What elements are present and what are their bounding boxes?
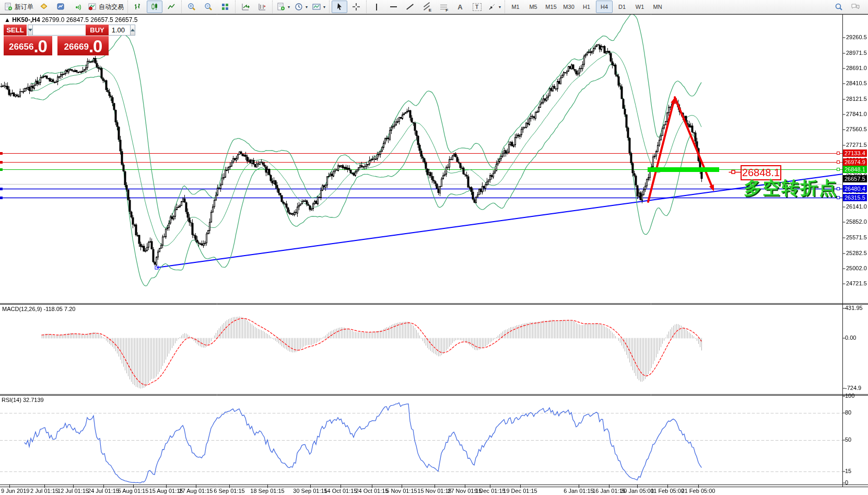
price-axis-label: 25282.5 (846, 250, 867, 256)
time-axis-label: 14 Oct 01:15 (324, 488, 357, 494)
text-button[interactable]: A (452, 1, 468, 13)
turning-point-annotation[interactable]: 多空转折点 (744, 176, 838, 200)
trading-terminal: 新订单 自动交易 (0, 0, 868, 495)
signals-button[interactable] (69, 1, 85, 13)
time-axis-label: 2 Jul 01:15 (30, 488, 58, 494)
time-axis-label: 5 Aug 01:15 (118, 488, 149, 494)
rsi-indicator-label: RSI(14) 32.7139 (2, 397, 44, 403)
candlestick-chart-button[interactable] (147, 1, 162, 13)
new-order-button[interactable]: 新订单 (2, 1, 35, 13)
price-axis-label: 26141.0 (846, 203, 867, 210)
templates-button[interactable]: ▾ (310, 1, 327, 13)
trendline-button[interactable] (402, 1, 418, 13)
time-axis-label: 6 Jan 01:15 (564, 488, 594, 494)
time-axis-label: 19 Dec 01:15 (503, 488, 537, 494)
price-axis-label: 24721.5 (846, 280, 867, 286)
volume-input[interactable] (33, 25, 130, 36)
time-axis-label: 21 Feb 05:00 (682, 488, 715, 494)
vertical-line-icon (376, 4, 377, 10)
tile-windows-button[interactable] (217, 1, 233, 13)
cursor-icon (335, 2, 344, 11)
trendline-icon (406, 4, 414, 9)
dropdown-arrow-icon: ▾ (499, 5, 501, 9)
vertical-line-button[interactable] (369, 1, 384, 13)
arrows-icon (487, 2, 497, 11)
price-tag: 26480.4 (843, 185, 867, 192)
zoom-in-button[interactable] (184, 1, 200, 13)
zoom-out-button[interactable] (201, 1, 216, 13)
macd-axis-label: 0.00 (845, 335, 856, 341)
rsi-axis-label: 50 (845, 436, 851, 443)
volume-increase-button[interactable] (130, 25, 135, 36)
buy-price-main: 26669 (64, 39, 89, 55)
sell-price-main: 26656 (9, 39, 33, 55)
price-axis-label: 29260.5 (846, 34, 867, 40)
macd-axis-label: 431.95 (845, 305, 863, 311)
candlestick-chart-icon (150, 2, 159, 11)
market-depth-button[interactable] (36, 1, 52, 13)
price-axis-label: 28971.5 (846, 50, 867, 56)
volume-decrease-button[interactable] (28, 25, 33, 36)
sell-price-button[interactable]: 26656 .0 (4, 36, 52, 55)
time-axis-label: 9 Dec 01:15 (474, 488, 505, 494)
rsi-axis-label: 0 (845, 479, 848, 486)
market-depth-icon (39, 2, 49, 11)
price-axis-label: 25002.0 (846, 265, 867, 271)
timeframe-button-mn[interactable]: MN (649, 1, 666, 13)
tile-windows-icon (220, 2, 230, 11)
time-axis-label: 27 Aug 01:15 (179, 488, 213, 494)
price-tag: 27133.4 (843, 149, 867, 157)
text-icon: A (455, 2, 465, 11)
zoom-out-icon (204, 2, 213, 11)
search-icon (834, 2, 843, 11)
macd-indicator-label: MACD(12,26,9) -118.05 7.20 (2, 306, 75, 312)
indicators-button[interactable]: ▾ (275, 1, 291, 13)
chat-icon (851, 2, 860, 11)
channel-button[interactable]: E (419, 1, 435, 13)
price-axis-label: 28691.0 (846, 65, 867, 71)
dropdown-arrow-icon: ▾ (306, 5, 308, 9)
cursor-button[interactable] (332, 1, 347, 13)
text-label-button[interactable]: T (469, 1, 485, 13)
timeframe-button-m5[interactable]: M5 (525, 1, 542, 13)
arrows-button[interactable]: ▾ (486, 1, 502, 13)
timeframe-button-m1[interactable]: M1 (507, 1, 524, 13)
price-axis-label: 25571.5 (846, 234, 867, 240)
profiles-button[interactable] (53, 1, 68, 13)
one-click-trading-panel: SELL BUY 26656 .0 26669 .0 (4, 25, 109, 55)
timeframe-button-d1[interactable]: D1 (614, 1, 630, 13)
autotrading-button[interactable]: 自动交易 (86, 1, 125, 13)
timeframe-button-m30[interactable]: M30 (560, 1, 577, 13)
autotrading-label: 自动交易 (99, 3, 124, 11)
timeframe-button-w1[interactable]: W1 (631, 1, 648, 13)
collapse-marker-icon[interactable]: ▲ (4, 16, 10, 24)
sell-button[interactable]: SELL (4, 25, 27, 36)
horizontal-line-button[interactable] (385, 1, 401, 13)
timeframe-button-m15[interactable]: M15 (543, 1, 559, 13)
dropdown-arrow-icon: ▾ (323, 5, 325, 9)
price-axis-label: 27271.5 (846, 142, 867, 148)
clock-icon (294, 2, 303, 11)
bar-chart-button[interactable] (130, 1, 146, 13)
line-chart-button[interactable] (163, 1, 179, 13)
timeframe-button-h4[interactable]: H4 (596, 1, 613, 13)
price-tag: 26974.9 (843, 158, 867, 166)
buy-button[interactable]: BUY (86, 25, 109, 36)
search-button[interactable] (831, 1, 847, 13)
time-axis-label: 12 Jul 01:15 (57, 488, 89, 494)
fibonacci-button[interactable]: F (436, 1, 451, 13)
horizontal-line-icon (390, 6, 397, 7)
time-axis-label: 18 Sep 01:15 (250, 488, 284, 494)
channel-icon: E (422, 2, 431, 11)
dropdown-arrow-icon: ▾ (288, 5, 290, 9)
price-chart-canvas[interactable] (0, 0, 868, 495)
rsi-axis-label: 100 (845, 393, 854, 399)
chart-shift-button[interactable] (254, 1, 270, 13)
chat-button[interactable] (848, 1, 863, 13)
timeframe-button-h1[interactable]: H1 (578, 1, 595, 13)
buy-price-button[interactable]: 26669 .0 (57, 36, 109, 55)
auto-scroll-button[interactable] (238, 1, 253, 13)
price-tag: 26657.5 (843, 175, 867, 182)
periods-button[interactable]: ▾ (292, 1, 309, 13)
crosshair-button[interactable] (348, 1, 364, 13)
